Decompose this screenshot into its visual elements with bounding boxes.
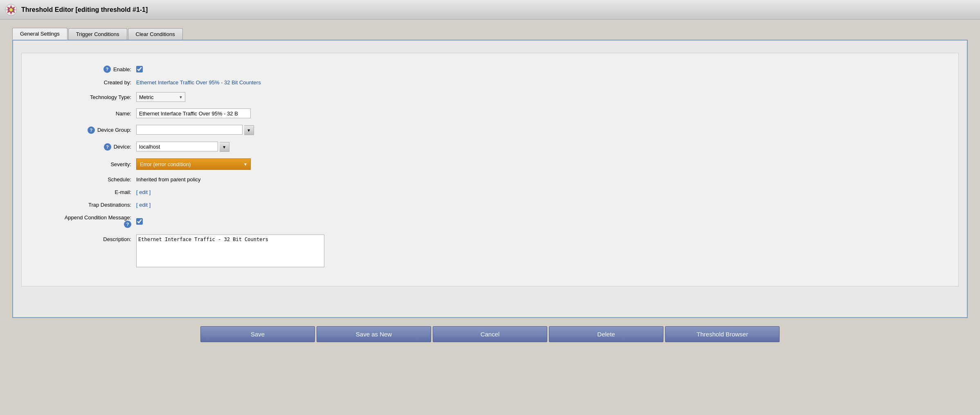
description-label: Description:: [103, 236, 131, 242]
device-input[interactable]: [136, 142, 218, 151]
delete-button[interactable]: Delete: [549, 326, 663, 342]
device-group-input[interactable]: [136, 125, 243, 135]
schedule-value: Inherited from parent policy: [136, 176, 201, 183]
technology-type-label: Technology Type:: [90, 94, 131, 100]
append-condition-help-icon[interactable]: ?: [124, 221, 131, 228]
severity-select-wrapper[interactable]: Error (error condition) Warning Critical…: [136, 158, 251, 170]
enable-row: ? Enable:: [38, 65, 942, 73]
device-group-row: ? Device Group: ▼: [38, 125, 942, 135]
created-by-label: Created by:: [104, 79, 131, 86]
email-edit-link[interactable]: [ edit ]: [136, 189, 151, 195]
device-help-icon[interactable]: ?: [104, 143, 111, 151]
tab-general-settings[interactable]: General Settings: [12, 28, 67, 40]
description-row: Description: Ethernet Interface Traffic …: [38, 235, 942, 267]
name-label: Name:: [116, 111, 131, 117]
cancel-button[interactable]: Cancel: [433, 326, 547, 342]
device-dropdown-btn[interactable]: ▼: [220, 142, 229, 152]
severity-select[interactable]: Error (error condition) Warning Critical…: [136, 158, 251, 170]
enable-checkbox[interactable]: [136, 66, 143, 72]
technology-type-select-wrapper[interactable]: Metric ▼: [136, 92, 185, 102]
schedule-label: Schedule:: [108, 176, 131, 183]
schedule-row: Schedule: Inherited from parent policy: [38, 176, 942, 183]
device-row: ? Device: ▼: [38, 142, 942, 152]
severity-row: Severity: Error (error condition) Warnin…: [38, 158, 942, 170]
severity-label: Severity:: [110, 161, 131, 167]
name-row: Name:: [38, 108, 942, 118]
device-group-select-wrapper: ▼: [136, 125, 254, 135]
trap-destinations-row: Trap Destinations: [ edit ]: [38, 202, 942, 208]
name-input[interactable]: [136, 108, 251, 118]
device-select-wrapper: ▼: [136, 142, 229, 152]
tab-clear-conditions[interactable]: Clear Conditions: [128, 28, 183, 40]
device-group-label: Device Group:: [97, 127, 131, 133]
device-group-dropdown-btn[interactable]: ▼: [244, 125, 254, 135]
technology-type-row: Technology Type: Metric ▼: [38, 92, 942, 102]
email-label: E-mail:: [115, 189, 131, 195]
svg-point-3: [9, 8, 13, 11]
append-condition-row: Append Condition Message: ?: [38, 214, 942, 228]
form-inner: ? Enable: Created by: Ethernet Interface…: [21, 53, 959, 286]
title-bar: Threshold Editor [editing threshold #1-1…: [0, 0, 980, 20]
button-bar: Save Save as New Cancel Delete Threshold…: [12, 318, 968, 350]
device-group-help-icon[interactable]: ?: [88, 126, 95, 134]
description-textarea[interactable]: Ethernet Interface Traffic - 32 Bit Coun…: [136, 235, 324, 267]
window-title: Threshold Editor [editing threshold #1-1…: [21, 6, 148, 14]
enable-label: Enable:: [113, 66, 131, 72]
form-panel: ? Enable: Created by: Ethernet Interface…: [12, 40, 968, 318]
tab-bar: General Settings Trigger Conditions Clea…: [12, 28, 968, 40]
save-as-new-button[interactable]: Save as New: [317, 326, 431, 342]
enable-help-icon[interactable]: ?: [103, 65, 111, 73]
threshold-browser-button[interactable]: Threshold Browser: [665, 326, 780, 342]
append-condition-label-top: Append Condition Message:: [38, 214, 131, 221]
created-by-row: Created by: Ethernet Interface Traffic O…: [38, 79, 942, 86]
enable-value: [136, 66, 143, 72]
trap-destinations-label: Trap Destinations:: [88, 202, 131, 208]
append-condition-checkbox[interactable]: [136, 218, 143, 225]
main-content: General Settings Trigger Conditions Clea…: [0, 20, 980, 388]
tab-trigger-conditions[interactable]: Trigger Conditions: [68, 28, 127, 40]
email-row: E-mail: [ edit ]: [38, 189, 942, 195]
save-button[interactable]: Save: [200, 326, 315, 342]
trap-destinations-edit-link[interactable]: [ edit ]: [136, 202, 151, 208]
device-label: Device:: [114, 144, 131, 150]
app-icon: [5, 4, 17, 16]
created-by-link[interactable]: Ethernet Interface Traffic Over 95% - 32…: [136, 79, 261, 86]
technology-type-select[interactable]: Metric: [136, 92, 185, 102]
